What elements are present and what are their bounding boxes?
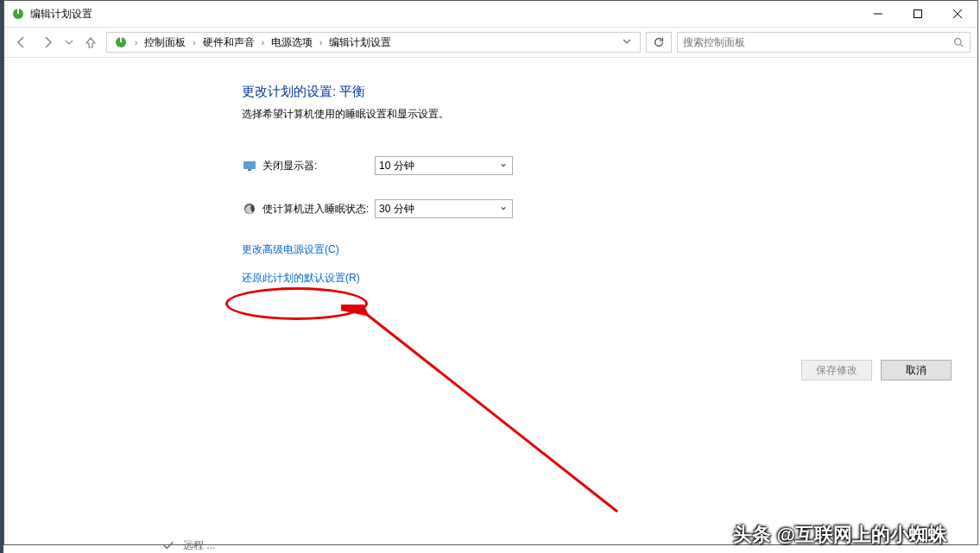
address-bar[interactable]: › 控制面板 › 硬件和声音 › 电源选项 › 编辑计划设置	[106, 32, 641, 53]
setting-label: 使计算机进入睡眠状态:	[262, 202, 375, 217]
advanced-power-link[interactable]: 更改高级电源设置(C)	[242, 242, 977, 257]
window-controls	[858, 1, 977, 27]
recent-dropdown[interactable]	[63, 32, 75, 53]
chevron-right-icon: ›	[191, 38, 197, 47]
annotation-arrow	[341, 305, 635, 529]
display-icon	[242, 159, 257, 173]
maximize-button[interactable]	[898, 1, 938, 27]
svg-line-13	[365, 313, 617, 512]
page-heading: 更改计划的设置: 平衡	[242, 84, 977, 100]
svg-rect-10	[243, 161, 256, 169]
page-subtext: 选择希望计算机使用的睡眠设置和显示设置。	[242, 107, 977, 122]
svg-point-8	[954, 38, 960, 44]
up-button[interactable]	[80, 32, 101, 53]
sleep-icon	[242, 202, 257, 216]
refresh-button[interactable]	[646, 32, 672, 53]
svg-rect-3	[914, 10, 922, 18]
search-icon[interactable]	[947, 37, 970, 48]
breadcrumb-segment[interactable]: 编辑计划设置	[326, 33, 395, 52]
minimize-button[interactable]	[858, 1, 898, 27]
search-box[interactable]	[677, 32, 971, 53]
svg-rect-7	[120, 37, 122, 42]
taskbar-fragment: 远程 ...	[162, 537, 215, 553]
search-input[interactable]	[678, 36, 947, 48]
power-options-icon	[11, 7, 25, 21]
toolbar: › 控制面板 › 硬件和声音 › 电源选项 › 编辑计划设置	[4, 27, 977, 58]
links-block: 更改高级电源设置(C) 还原此计划的默认设置(R)	[242, 242, 977, 286]
save-button[interactable]: 保存修改	[801, 360, 872, 380]
chevron-right-icon: ›	[133, 38, 139, 47]
cancel-button[interactable]: 取消	[881, 360, 952, 380]
setting-label: 关闭显示器:	[262, 159, 375, 173]
annotation-circle	[225, 287, 368, 320]
breadcrumb-segment[interactable]: 硬件和声音	[199, 33, 258, 52]
svg-rect-1	[17, 9, 19, 14]
svg-line-9	[960, 44, 963, 47]
breadcrumb-segment[interactable]: 电源选项	[268, 33, 316, 52]
content-area: 更改计划的设置: 平衡 选择希望计算机使用的睡眠设置和显示设置。 关闭显示器: …	[4, 58, 977, 544]
restore-defaults-link[interactable]: 还原此计划的默认设置(R)	[242, 271, 977, 286]
back-button[interactable]	[11, 32, 32, 53]
sleep-timeout-select[interactable]: 30 分钟	[375, 199, 513, 218]
chevron-right-icon: ›	[260, 38, 266, 47]
close-button[interactable]	[938, 1, 977, 27]
display-timeout-select[interactable]: 10 分钟	[375, 156, 513, 175]
window-title: 编辑计划设置	[30, 7, 92, 22]
svg-rect-11	[248, 169, 251, 171]
control-panel-window: 编辑计划设置 ›	[3, 0, 978, 545]
breadcrumb-segment[interactable]: 控制面板	[141, 33, 189, 52]
power-options-icon	[111, 33, 131, 52]
forward-button[interactable]	[37, 32, 58, 53]
chevron-right-icon: ›	[318, 38, 324, 47]
titlebar: 编辑计划设置	[4, 1, 977, 27]
setting-row-display: 关闭显示器: 10 分钟	[242, 156, 977, 175]
setting-row-sleep: 使计算机进入睡眠状态: 30 分钟	[242, 199, 977, 218]
dialog-buttons: 保存修改 取消	[801, 360, 952, 380]
address-dropdown[interactable]	[617, 36, 636, 48]
